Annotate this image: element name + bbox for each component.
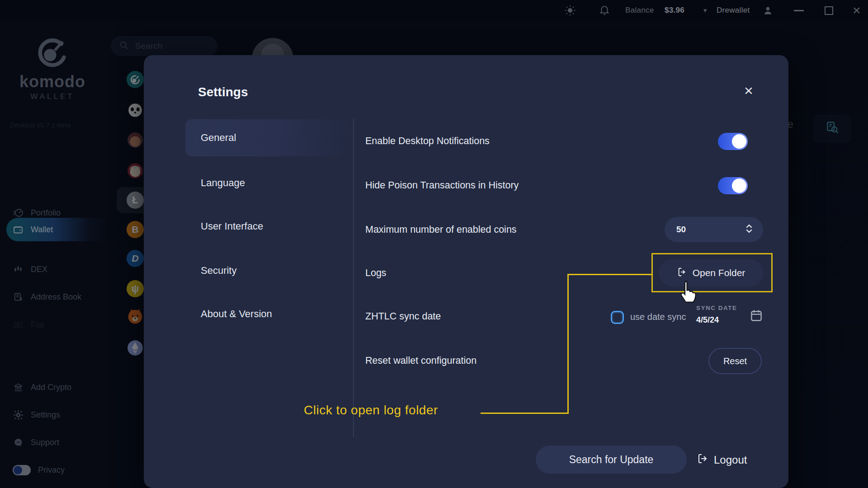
tab-language[interactable]: Language xyxy=(185,164,349,202)
tab-about-version[interactable]: About & Version xyxy=(185,296,349,333)
reset-button[interactable]: Reset xyxy=(708,348,762,374)
tab-general[interactable]: General xyxy=(185,119,349,156)
tab-user-interface[interactable]: User Interface xyxy=(185,208,349,245)
divider xyxy=(353,118,354,437)
setting-label-notifications: Enable Desktop Notifications xyxy=(365,136,490,147)
calendar-icon[interactable] xyxy=(750,308,763,324)
setting-label-poison: Hide Poison Transactions in History xyxy=(365,180,519,191)
annotation-text: Click to open log folder xyxy=(304,403,438,418)
max-coins-stepper[interactable]: 50 xyxy=(665,217,763,242)
poison-toggle[interactable] xyxy=(718,177,748,194)
setting-label-logs: Logs xyxy=(365,267,387,279)
modal-title: Settings xyxy=(198,85,248,99)
use-date-sync-checkbox[interactable] xyxy=(611,311,624,324)
logout-button[interactable]: Logout xyxy=(697,449,747,471)
mouse-cursor-icon xyxy=(676,279,699,305)
annotation-connector-line xyxy=(481,413,568,414)
modal-close-button[interactable]: × xyxy=(739,80,759,100)
setting-label-reset: Reset wallet configuration xyxy=(365,355,476,366)
setting-label-zhtlc: ZHTLC sync date xyxy=(365,311,441,322)
annotation-connector-line xyxy=(567,274,652,275)
app-window: Balance $3.96 ▾ Drewallet × komodo WALLE… xyxy=(0,0,868,488)
annotation-highlight-box xyxy=(651,253,773,292)
sync-date-label: SYNC DATE xyxy=(696,305,737,311)
setting-label-max-coins: Maximum number of enabled coins xyxy=(365,224,517,235)
tab-security[interactable]: Security xyxy=(185,252,349,289)
use-date-sync-label: use date sync xyxy=(630,312,686,322)
search-for-update-button[interactable]: Search for Update xyxy=(536,446,687,474)
sync-date-value: 4/5/24 xyxy=(696,315,719,325)
notifications-toggle[interactable] xyxy=(718,133,748,150)
annotation-connector-line xyxy=(567,274,569,414)
max-coins-value: 50 xyxy=(676,225,686,235)
logout-icon xyxy=(697,453,708,467)
close-icon: × xyxy=(744,82,753,99)
stepper-chevrons-icon[interactable] xyxy=(745,223,753,236)
